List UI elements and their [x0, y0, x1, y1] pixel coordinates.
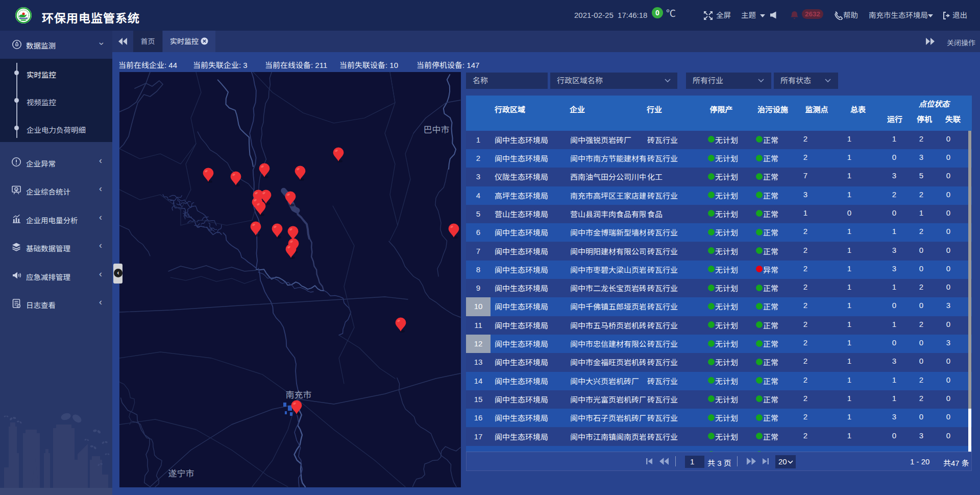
svg-text:遂宁市: 遂宁市 [168, 469, 194, 479]
svg-text:南充市: 南充市 [286, 390, 312, 400]
svg-text:巴中市: 巴中市 [424, 125, 450, 135]
